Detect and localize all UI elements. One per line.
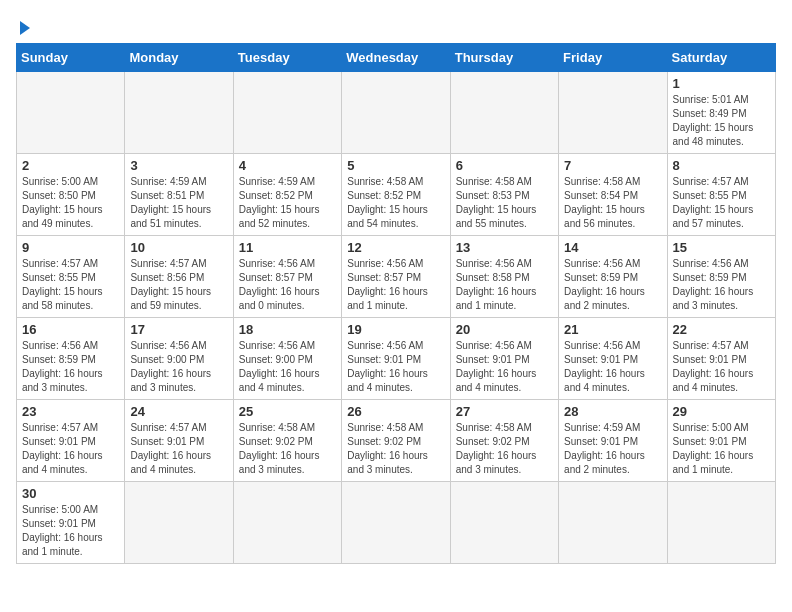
calendar-table: SundayMondayTuesdayWednesdayThursdayFrid… [16,43,776,564]
calendar-week-row: 1Sunrise: 5:01 AM Sunset: 8:49 PM Daylig… [17,72,776,154]
day-number: 18 [239,322,336,337]
weekday-header-thursday: Thursday [450,44,558,72]
weekday-header-wednesday: Wednesday [342,44,450,72]
day-info: Sunrise: 4:56 AM Sunset: 9:00 PM Dayligh… [130,339,227,395]
day-number: 16 [22,322,119,337]
calendar-cell [125,482,233,564]
weekday-header-tuesday: Tuesday [233,44,341,72]
calendar-week-row: 23Sunrise: 4:57 AM Sunset: 9:01 PM Dayli… [17,400,776,482]
day-number: 10 [130,240,227,255]
calendar-cell [233,72,341,154]
day-info: Sunrise: 4:56 AM Sunset: 8:59 PM Dayligh… [564,257,661,313]
day-info: Sunrise: 4:56 AM Sunset: 9:00 PM Dayligh… [239,339,336,395]
calendar-cell [450,482,558,564]
day-number: 12 [347,240,444,255]
calendar-cell: 30Sunrise: 5:00 AM Sunset: 9:01 PM Dayli… [17,482,125,564]
calendar-cell [17,72,125,154]
day-info: Sunrise: 4:58 AM Sunset: 9:02 PM Dayligh… [347,421,444,477]
calendar-week-row: 9Sunrise: 4:57 AM Sunset: 8:55 PM Daylig… [17,236,776,318]
calendar-header: SundayMondayTuesdayWednesdayThursdayFrid… [17,44,776,72]
day-number: 24 [130,404,227,419]
day-info: Sunrise: 4:57 AM Sunset: 9:01 PM Dayligh… [22,421,119,477]
day-number: 13 [456,240,553,255]
day-info: Sunrise: 4:58 AM Sunset: 9:02 PM Dayligh… [239,421,336,477]
day-info: Sunrise: 4:59 AM Sunset: 8:52 PM Dayligh… [239,175,336,231]
day-number: 21 [564,322,661,337]
calendar-cell [667,482,775,564]
day-info: Sunrise: 4:57 AM Sunset: 8:55 PM Dayligh… [673,175,770,231]
day-info: Sunrise: 4:56 AM Sunset: 9:01 PM Dayligh… [564,339,661,395]
calendar-cell: 5Sunrise: 4:58 AM Sunset: 8:52 PM Daylig… [342,154,450,236]
day-info: Sunrise: 5:00 AM Sunset: 9:01 PM Dayligh… [22,503,119,559]
calendar-cell: 13Sunrise: 4:56 AM Sunset: 8:58 PM Dayli… [450,236,558,318]
calendar-cell: 4Sunrise: 4:59 AM Sunset: 8:52 PM Daylig… [233,154,341,236]
calendar-cell: 25Sunrise: 4:58 AM Sunset: 9:02 PM Dayli… [233,400,341,482]
calendar-cell: 2Sunrise: 5:00 AM Sunset: 8:50 PM Daylig… [17,154,125,236]
day-info: Sunrise: 4:56 AM Sunset: 8:57 PM Dayligh… [239,257,336,313]
day-number: 6 [456,158,553,173]
day-number: 27 [456,404,553,419]
calendar-cell: 17Sunrise: 4:56 AM Sunset: 9:00 PM Dayli… [125,318,233,400]
day-info: Sunrise: 4:57 AM Sunset: 9:01 PM Dayligh… [673,339,770,395]
day-number: 11 [239,240,336,255]
day-number: 8 [673,158,770,173]
logo [16,16,30,35]
calendar-cell: 19Sunrise: 4:56 AM Sunset: 9:01 PM Dayli… [342,318,450,400]
day-info: Sunrise: 4:56 AM Sunset: 8:58 PM Dayligh… [456,257,553,313]
day-info: Sunrise: 4:59 AM Sunset: 8:51 PM Dayligh… [130,175,227,231]
day-info: Sunrise: 4:57 AM Sunset: 9:01 PM Dayligh… [130,421,227,477]
calendar-cell: 26Sunrise: 4:58 AM Sunset: 9:02 PM Dayli… [342,400,450,482]
weekday-header-monday: Monday [125,44,233,72]
weekday-header-sunday: Sunday [17,44,125,72]
day-number: 25 [239,404,336,419]
calendar-cell: 1Sunrise: 5:01 AM Sunset: 8:49 PM Daylig… [667,72,775,154]
calendar-cell: 16Sunrise: 4:56 AM Sunset: 8:59 PM Dayli… [17,318,125,400]
page-header [16,16,776,35]
calendar-cell: 23Sunrise: 4:57 AM Sunset: 9:01 PM Dayli… [17,400,125,482]
day-number: 7 [564,158,661,173]
day-number: 5 [347,158,444,173]
day-number: 3 [130,158,227,173]
calendar-cell [125,72,233,154]
calendar-week-row: 16Sunrise: 4:56 AM Sunset: 8:59 PM Dayli… [17,318,776,400]
calendar-cell: 20Sunrise: 4:56 AM Sunset: 9:01 PM Dayli… [450,318,558,400]
day-number: 17 [130,322,227,337]
day-info: Sunrise: 4:58 AM Sunset: 8:53 PM Dayligh… [456,175,553,231]
day-number: 30 [22,486,119,501]
calendar-cell: 22Sunrise: 4:57 AM Sunset: 9:01 PM Dayli… [667,318,775,400]
calendar-cell: 27Sunrise: 4:58 AM Sunset: 9:02 PM Dayli… [450,400,558,482]
calendar-week-row: 2Sunrise: 5:00 AM Sunset: 8:50 PM Daylig… [17,154,776,236]
weekday-header-friday: Friday [559,44,667,72]
logo-blue-text [18,16,30,35]
calendar-cell: 21Sunrise: 4:56 AM Sunset: 9:01 PM Dayli… [559,318,667,400]
day-number: 23 [22,404,119,419]
day-number: 22 [673,322,770,337]
day-info: Sunrise: 4:58 AM Sunset: 9:02 PM Dayligh… [456,421,553,477]
calendar-cell [559,72,667,154]
calendar-cell: 12Sunrise: 4:56 AM Sunset: 8:57 PM Dayli… [342,236,450,318]
day-info: Sunrise: 5:00 AM Sunset: 9:01 PM Dayligh… [673,421,770,477]
calendar-body: 1Sunrise: 5:01 AM Sunset: 8:49 PM Daylig… [17,72,776,564]
calendar-cell: 11Sunrise: 4:56 AM Sunset: 8:57 PM Dayli… [233,236,341,318]
calendar-cell [559,482,667,564]
calendar-cell: 9Sunrise: 4:57 AM Sunset: 8:55 PM Daylig… [17,236,125,318]
calendar-cell: 7Sunrise: 4:58 AM Sunset: 8:54 PM Daylig… [559,154,667,236]
day-number: 4 [239,158,336,173]
day-info: Sunrise: 4:57 AM Sunset: 8:55 PM Dayligh… [22,257,119,313]
calendar-cell: 24Sunrise: 4:57 AM Sunset: 9:01 PM Dayli… [125,400,233,482]
calendar-cell: 3Sunrise: 4:59 AM Sunset: 8:51 PM Daylig… [125,154,233,236]
day-number: 15 [673,240,770,255]
day-info: Sunrise: 5:01 AM Sunset: 8:49 PM Dayligh… [673,93,770,149]
weekday-header-saturday: Saturday [667,44,775,72]
day-info: Sunrise: 4:56 AM Sunset: 8:59 PM Dayligh… [22,339,119,395]
day-info: Sunrise: 4:56 AM Sunset: 8:59 PM Dayligh… [673,257,770,313]
day-number: 20 [456,322,553,337]
calendar-cell [342,72,450,154]
day-info: Sunrise: 4:58 AM Sunset: 8:54 PM Dayligh… [564,175,661,231]
day-info: Sunrise: 4:57 AM Sunset: 8:56 PM Dayligh… [130,257,227,313]
calendar-cell [342,482,450,564]
calendar-cell: 15Sunrise: 4:56 AM Sunset: 8:59 PM Dayli… [667,236,775,318]
calendar-cell: 8Sunrise: 4:57 AM Sunset: 8:55 PM Daylig… [667,154,775,236]
day-info: Sunrise: 4:56 AM Sunset: 9:01 PM Dayligh… [347,339,444,395]
day-number: 19 [347,322,444,337]
